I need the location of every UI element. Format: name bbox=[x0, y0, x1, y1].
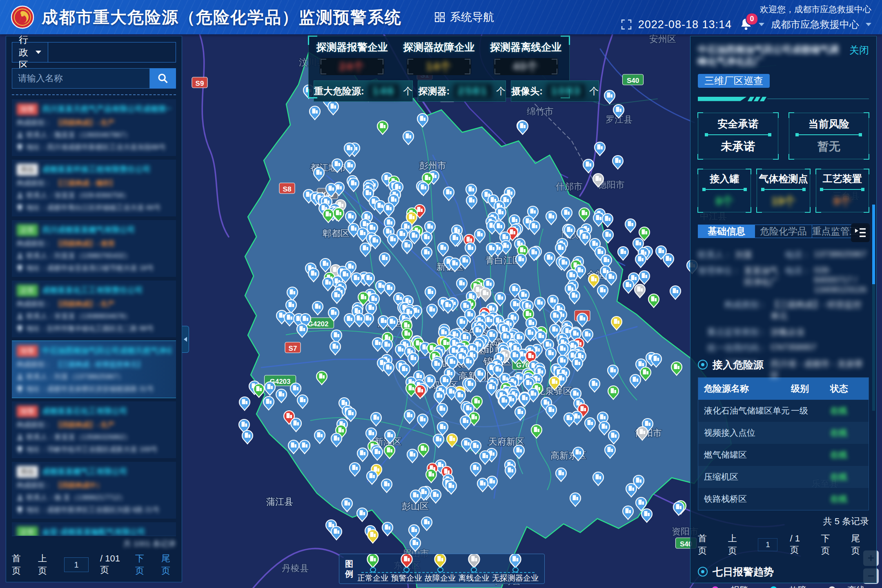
company-card[interactable]: 离线成都某某燃气工有限公司构成级别：【四级构成中）联系人：杨 某（1389621… bbox=[12, 462, 176, 519]
chevron-down-icon[interactable] bbox=[866, 23, 871, 26]
company-detail-panel: 中石油西南油气田公司成都储气调峰化气净化总厂 关闭 三维厂区巡查 安全承诺 未承… bbox=[690, 36, 877, 583]
counter-item: 探测器:2581个 bbox=[418, 80, 506, 102]
svg-text:S7: S7 bbox=[289, 345, 297, 352]
hazard-record-count: 共 5 条记录 bbox=[698, 515, 869, 528]
table-row[interactable]: 压缩机区在线 bbox=[698, 466, 869, 488]
status-badge: 离线 bbox=[17, 164, 38, 176]
chart-legend-item[interactable]: 故障 bbox=[760, 584, 806, 588]
current-risk-card: 当前风险 暂无 bbox=[789, 113, 869, 159]
company-level-line: 构成级别：【四级构成】- 生产 bbox=[17, 118, 171, 127]
info-row: 构成类别：【三级构成】- 经营监控单元 bbox=[698, 299, 869, 322]
table-row[interactable]: 铁路栈桥区在线 bbox=[698, 488, 869, 510]
first-page-button[interactable]: 首页 bbox=[698, 532, 716, 557]
scrollbar-thumb[interactable] bbox=[872, 205, 875, 284]
last-page-button[interactable]: 尾页 bbox=[851, 532, 869, 557]
counter-unit: 个 bbox=[589, 85, 599, 98]
company-card[interactable]: 正常成都某某化工工有限责任公司构成级别：【四级构成】- 生产联系人：宋某某（13… bbox=[12, 281, 176, 337]
company-address-line: 地址：成都市金堂县淮口镇节能大道 18号 bbox=[17, 263, 171, 273]
person-icon bbox=[17, 132, 23, 138]
company-contact-line: 联系人：宋某某（13088834678） bbox=[17, 312, 171, 321]
next-page-button[interactable]: 下页 bbox=[821, 532, 839, 557]
company-card[interactable]: 离线成都某某环保工程有限责任公司构成级别：【三级构成 - 储存】联系人：张某某（… bbox=[12, 160, 176, 216]
stat-value: 40个 bbox=[513, 59, 539, 74]
emergency-logo-icon bbox=[11, 5, 34, 29]
company-level-line: 构成级别：【四级构成】- 生产 bbox=[17, 420, 171, 430]
tab-1[interactable]: 危险化学品 bbox=[755, 225, 811, 238]
user-menu[interactable]: 成都市应急救援中心 bbox=[771, 18, 859, 31]
company-card-head: 报警四川某某天然气产品有限公司成都第一储配分公司 bbox=[17, 103, 171, 115]
location-icon bbox=[17, 385, 23, 392]
company-address-line: 地址：彭州市隆丰镇化工园区北二路 98号 bbox=[17, 324, 171, 333]
search-icon bbox=[157, 73, 169, 84]
map-legend-item[interactable]: 离线企业 bbox=[459, 554, 490, 584]
panel-scrollbar[interactable] bbox=[872, 205, 875, 411]
location-icon bbox=[17, 204, 23, 211]
table-row[interactable]: 视频接入点位在线 bbox=[698, 422, 869, 444]
notification-badge: 0 bbox=[746, 13, 758, 25]
company-card-head: 离线成都某某环保工程有限责任公司 bbox=[17, 164, 171, 176]
city-label: 郫都区 bbox=[323, 228, 350, 238]
company-card[interactable]: 报警四川某某天然气产品有限公司成都第一储配分公司构成级别：【四级构成】- 生产联… bbox=[12, 99, 176, 156]
hazard-table: 危险源名称 级别 状态 液化石油气储罐区单元一级在线视频接入点位在线燃气储罐区在… bbox=[698, 377, 869, 510]
company-card[interactable]: 报警中石油西南油气田公司成都天然气净化总厂构成级别：【三级构成 - 经营监控单元… bbox=[12, 341, 176, 398]
region-filter-dropdown[interactable]: 行政区 bbox=[12, 42, 48, 62]
tab-0[interactable]: 基础信息 bbox=[698, 225, 755, 238]
page-number-input[interactable] bbox=[758, 538, 777, 551]
count-value: 8个 bbox=[715, 194, 733, 209]
fullscreen-icon[interactable] bbox=[621, 19, 632, 30]
company-address-line: 地址：成都市龙泉驿区洪安镇能源路 31号 bbox=[17, 384, 171, 394]
next-page-button[interactable]: 下页 bbox=[135, 552, 150, 577]
plant-3d-tour-button[interactable]: 三维厂区巡查 bbox=[698, 74, 770, 88]
panel-collapse-button[interactable] bbox=[851, 223, 870, 242]
company-level-line: 构成级别：【三级构成 - 储存】 bbox=[17, 178, 171, 188]
map-legend-item[interactable]: 无探测器企业 bbox=[492, 554, 539, 584]
info-field: 管理单位：某某油气田净化厂 bbox=[698, 265, 782, 294]
welcome-text: 欢迎您，成都市应急救援中心 bbox=[621, 4, 871, 15]
bullet-icon bbox=[698, 567, 708, 577]
city-label: 安州区 bbox=[649, 34, 676, 44]
status-badge: 报警 bbox=[17, 405, 38, 417]
region-filter-input[interactable] bbox=[48, 42, 176, 62]
company-card[interactable]: 报警成都某某石化工有限公司构成级别：【四级构成】- 生产联系人：黄某某（1358… bbox=[12, 401, 176, 458]
stat-value: 24个 bbox=[339, 59, 365, 74]
system-nav-button[interactable]: 系统导航 bbox=[434, 10, 494, 24]
count-label: 气体检测点 bbox=[759, 172, 808, 185]
company-card[interactable]: 正常金堂·成都某某输配气有限公司构成级别：【三级构成 - 储存】联系人：赵某某（… bbox=[12, 522, 176, 536]
company-card-head: 正常金堂·成都某某输配气有限公司 bbox=[17, 526, 171, 536]
notification-bell[interactable]: 0 bbox=[738, 18, 752, 31]
prev-page-button[interactable]: 上页 bbox=[728, 532, 746, 557]
basic-info-block: 联系人：刘某电话：13738625967管理单位：某某油气田净化厂电话：028-… bbox=[698, 245, 869, 350]
location-icon bbox=[17, 144, 23, 151]
page-number-input[interactable] bbox=[64, 557, 89, 572]
info-field: 联系人：刘某 bbox=[698, 249, 782, 261]
count-value: 8个 bbox=[833, 194, 851, 209]
page-total: / 1页 bbox=[790, 533, 808, 556]
map-legend-item[interactable]: 正常企业 bbox=[357, 554, 388, 584]
table-row[interactable]: 燃气储罐区在线 bbox=[698, 444, 869, 466]
company-card-head: 正常成都某某化工工有限责任公司 bbox=[17, 285, 171, 296]
last-page-button[interactable]: 尾页 bbox=[161, 552, 176, 577]
first-page-button[interactable]: 首页 bbox=[12, 552, 27, 577]
company-card[interactable]: 正常四川成都某某燃气有限公司构成级别：【四级构成】- 使用联系人：刘某某（139… bbox=[12, 220, 176, 277]
safety-promise-value: 未承诺 bbox=[721, 139, 755, 154]
counter-label: 探测器: bbox=[418, 85, 450, 98]
company-contact-line: 联系人：黄某某（13586326862） bbox=[17, 432, 171, 442]
count-label: 工艺装置 bbox=[823, 172, 862, 185]
sidebar-footer: 共 1001 条记录 首页 上页 / 101页 下页 尾页 bbox=[12, 536, 176, 579]
detail-tabs: 基础信息危险化学品重点监管工艺 bbox=[698, 225, 869, 238]
prev-page-button[interactable]: 上页 bbox=[38, 552, 53, 577]
info-row: 厂区地址：四川省 - 成都市 - 龙泉驿区 bbox=[698, 358, 869, 381]
table-row[interactable]: 液化石油气储罐区单元一级在线 bbox=[698, 400, 869, 422]
sidebar-collapse-handle[interactable] bbox=[182, 326, 189, 353]
company-contact-line: 联系人：张某某（028-8366758） bbox=[17, 191, 171, 200]
chart-legend-item[interactable]: 报警 bbox=[702, 584, 748, 588]
chart-legend-item[interactable]: 离线 bbox=[819, 584, 865, 588]
chevron-down-icon[interactable] bbox=[759, 23, 764, 26]
count-value: 19个 bbox=[771, 194, 795, 209]
map-legend-item[interactable]: 故障企业 bbox=[425, 554, 456, 584]
info-row: 统一信用代码：CN7358957 bbox=[698, 342, 869, 354]
search-input[interactable] bbox=[12, 68, 150, 89]
close-button[interactable]: 关闭 bbox=[849, 44, 869, 57]
search-button[interactable] bbox=[150, 68, 176, 89]
map-legend-item[interactable]: 预警企业 bbox=[391, 554, 422, 584]
